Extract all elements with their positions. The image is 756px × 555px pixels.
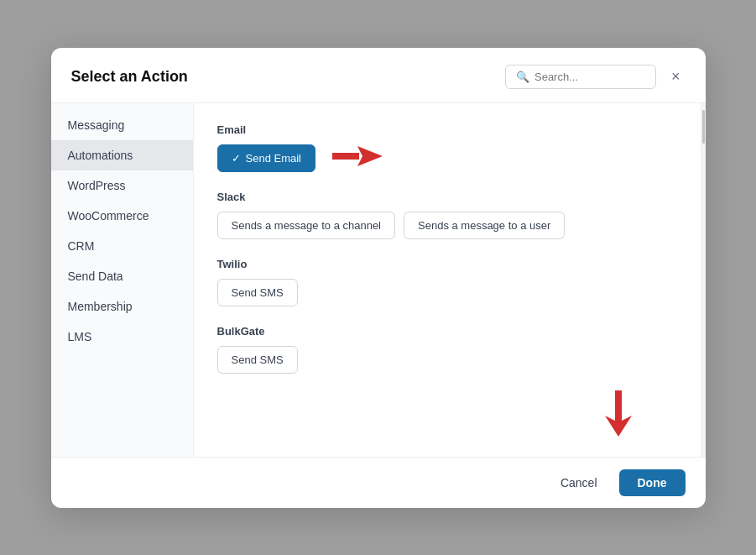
bulkgate-sms-label: Send SMS bbox=[232, 353, 284, 366]
close-button[interactable]: × bbox=[666, 66, 686, 87]
search-box[interactable]: 🔍 bbox=[505, 65, 656, 89]
section-email-label: Email bbox=[217, 123, 677, 136]
content-area: Email ✓ Send Email bbox=[194, 103, 701, 457]
sidebar-item-membership[interactable]: Membership bbox=[51, 291, 193, 322]
bulkgate-actions-row: Send SMS bbox=[217, 346, 677, 374]
bulkgate-sms-button[interactable]: Send SMS bbox=[217, 346, 298, 374]
slack-user-label: Sends a message to a user bbox=[418, 219, 550, 232]
sidebar-item-messaging[interactable]: Messaging bbox=[51, 110, 193, 140]
scrollbar-rail[interactable] bbox=[701, 103, 706, 457]
modal-title: Select an Action bbox=[71, 68, 188, 86]
modal-footer: Cancel Done bbox=[51, 457, 706, 508]
sidebar-item-send-data[interactable]: Send Data bbox=[51, 261, 193, 291]
select-action-modal: Select an Action 🔍 × Messaging Automatio… bbox=[51, 48, 706, 508]
done-button[interactable]: Done bbox=[619, 469, 686, 496]
section-email: Email ✓ Send Email bbox=[217, 123, 677, 172]
section-twilio: Twilio Send SMS bbox=[217, 258, 677, 306]
right-arrow-indicator bbox=[332, 144, 383, 172]
section-bulkgate-label: BulkGate bbox=[217, 325, 677, 338]
send-email-label: Send Email bbox=[246, 152, 301, 165]
search-icon: 🔍 bbox=[516, 71, 529, 83]
section-slack-label: Slack bbox=[217, 191, 677, 203]
send-email-button[interactable]: ✓ Send Email bbox=[217, 144, 315, 172]
slack-channel-label: Sends a message to a channel bbox=[232, 219, 382, 232]
search-input[interactable] bbox=[534, 71, 645, 83]
modal-body: Messaging Automations WordPress WooComme… bbox=[51, 103, 706, 457]
svg-rect-1 bbox=[332, 153, 359, 160]
sidebar-item-automations[interactable]: Automations bbox=[51, 140, 193, 170]
twilio-actions-row: Send SMS bbox=[217, 279, 677, 306]
down-arrow-indicator bbox=[602, 390, 635, 440]
sidebar-item-wordpress[interactable]: WordPress bbox=[51, 170, 193, 201]
header-right: 🔍 × bbox=[505, 65, 686, 89]
sidebar: Messaging Automations WordPress WooComme… bbox=[51, 103, 194, 457]
twilio-sms-button[interactable]: Send SMS bbox=[217, 279, 298, 306]
section-twilio-label: Twilio bbox=[217, 258, 677, 270]
sidebar-item-crm[interactable]: CRM bbox=[51, 231, 193, 261]
slack-channel-button[interactable]: Sends a message to a channel bbox=[217, 212, 396, 239]
svg-marker-0 bbox=[357, 146, 383, 166]
modal-header: Select an Action 🔍 × bbox=[51, 48, 706, 103]
sidebar-item-woocommerce[interactable]: WooCommerce bbox=[51, 201, 193, 231]
section-slack: Slack Sends a message to a channel Sends… bbox=[217, 191, 677, 239]
cancel-button[interactable]: Cancel bbox=[549, 469, 609, 496]
check-icon: ✓ bbox=[232, 152, 241, 165]
sidebar-item-lms[interactable]: LMS bbox=[51, 322, 193, 352]
email-actions-row: ✓ Send Email bbox=[217, 144, 677, 172]
slack-user-button[interactable]: Sends a message to a user bbox=[404, 212, 565, 239]
twilio-sms-label: Send SMS bbox=[232, 286, 284, 299]
slack-actions-row: Sends a message to a channel Sends a mes… bbox=[217, 212, 677, 239]
section-bulkgate: BulkGate Send SMS bbox=[217, 325, 677, 374]
svg-marker-2 bbox=[605, 390, 632, 437]
